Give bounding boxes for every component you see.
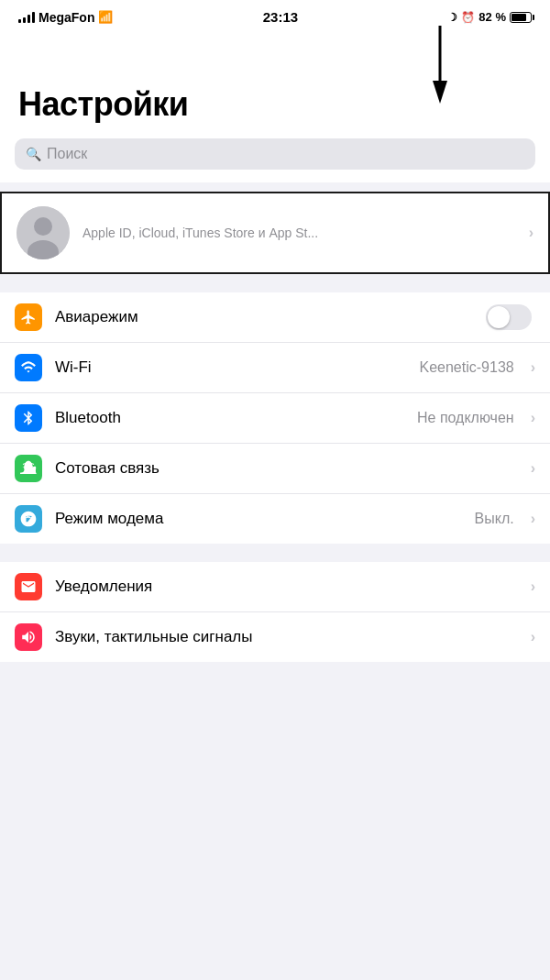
- search-bar[interactable]: 🔍 Поиск: [15, 138, 535, 170]
- sounds-icon: [20, 629, 37, 645]
- toggle-knob: [488, 306, 510, 328]
- hotspot-icon-wrap: [15, 505, 42, 533]
- hotspot-row[interactable]: Режим модема Выкл. ›: [0, 494, 550, 544]
- wifi-value: Keenetic-9138: [419, 359, 513, 376]
- bluetooth-icon: [20, 410, 37, 426]
- wifi-icon: [20, 359, 37, 376]
- section-gap-1: [0, 182, 550, 192]
- wifi-chevron: ›: [531, 359, 535, 376]
- airplane-row[interactable]: Авиарежим: [0, 292, 550, 343]
- airplane-toggle[interactable]: [486, 304, 532, 330]
- bluetooth-icon-wrap: [15, 404, 42, 432]
- signal-bars: [18, 12, 35, 23]
- airplane-icon: [20, 309, 37, 325]
- wifi-label: Wi-Fi: [55, 358, 406, 377]
- svg-marker-1: [433, 81, 447, 104]
- section-gap-3: [0, 544, 550, 553]
- bluetooth-chevron: ›: [531, 410, 535, 426]
- wifi-icon: 📶: [98, 10, 113, 24]
- sounds-row[interactable]: Звуки, тактильные сигналы ›: [0, 612, 550, 662]
- cellular-icon-wrap: [15, 455, 42, 482]
- notifications-chevron: ›: [531, 578, 535, 595]
- status-time: 23:13: [263, 9, 298, 25]
- airplane-icon-wrap: [15, 303, 42, 331]
- airplane-label: Авиарежим: [55, 308, 473, 326]
- arrow-svg: [385, 21, 495, 113]
- connectivity-section: Авиарежим Wi-Fi Keenetic-9138 › Bluetoot…: [0, 292, 550, 544]
- notifications-row[interactable]: Уведомления ›: [0, 562, 550, 612]
- hotspot-value: Выкл.: [475, 511, 514, 527]
- apple-id-chevron: ›: [529, 225, 534, 241]
- avatar: [16, 206, 70, 259]
- apple-id-row[interactable]: Apple ID, iCloud, iTunes Store и App St.…: [2, 193, 548, 272]
- cellular-row[interactable]: Сотовая связь ›: [0, 444, 550, 494]
- notifications-section: Уведомления › Звуки, тактильные сигналы …: [0, 562, 550, 662]
- apple-id-subtitle: Apple ID, iCloud, iTunes Store и App St.…: [82, 226, 516, 240]
- bluetooth-label: Bluetooth: [55, 409, 404, 427]
- notifications-icon-wrap: [15, 573, 42, 600]
- bluetooth-value: Не подключен: [417, 410, 514, 426]
- bluetooth-row[interactable]: Bluetooth Не подключен ›: [0, 393, 550, 444]
- section-gap-2: [0, 274, 550, 283]
- hotspot-icon: [19, 510, 38, 528]
- carrier-name: MegaFon: [38, 10, 94, 25]
- search-placeholder: Поиск: [47, 146, 87, 162]
- status-left: MegaFon 📶: [18, 10, 113, 25]
- notifications-icon: [20, 578, 37, 595]
- svg-point-3: [34, 217, 52, 236]
- sounds-chevron: ›: [531, 629, 535, 645]
- cellular-label: Сотовая связь: [55, 459, 518, 478]
- search-container: 🔍 Поиск: [0, 131, 550, 182]
- hotspot-chevron: ›: [531, 511, 535, 527]
- apple-id-text: Apple ID, iCloud, iTunes Store и App St.…: [82, 226, 516, 240]
- apple-id-section: Apple ID, iCloud, iTunes Store и App St.…: [0, 192, 550, 274]
- svg-rect-6: [28, 468, 30, 472]
- battery-icon: [510, 12, 532, 23]
- wifi-row[interactable]: Wi-Fi Keenetic-9138 ›: [0, 343, 550, 393]
- cellular-chevron: ›: [531, 460, 535, 477]
- wifi-icon-wrap: [15, 354, 42, 381]
- arrow-annotation: [0, 30, 550, 76]
- sounds-icon-wrap: [15, 623, 42, 651]
- search-icon: 🔍: [26, 147, 41, 161]
- cellular-icon: [20, 460, 37, 477]
- sounds-label: Звуки, тактильные сигналы: [55, 628, 518, 646]
- notifications-label: Уведомления: [55, 578, 518, 596]
- hotspot-label: Режим модема: [55, 510, 462, 528]
